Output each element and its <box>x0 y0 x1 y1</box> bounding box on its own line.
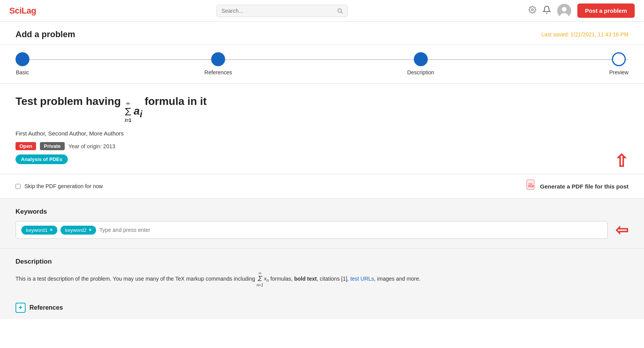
avatar[interactable] <box>557 4 571 18</box>
search-icon <box>337 7 343 14</box>
step-circle-basic <box>15 52 29 66</box>
references-add-button[interactable]: + <box>15 303 26 313</box>
step-circle-preview <box>612 52 626 66</box>
arrow-left-annotation: ⇦ <box>615 222 629 238</box>
description-section: Description This is a test description o… <box>0 249 644 297</box>
search-bar <box>216 5 348 17</box>
keyword-remove-1[interactable]: × <box>50 227 53 233</box>
meta-tags: Open Private Year of origin: 2013 <box>15 142 629 150</box>
keyword-chip-2: keyword2 × <box>60 226 96 235</box>
desc-text-middle1: formulas, <box>270 276 294 282</box>
page-title: Add a problem <box>15 29 75 39</box>
header-actions: Post a problem <box>529 3 635 18</box>
desc-link[interactable]: test URLs <box>350 276 374 282</box>
last-saved-text: Last saved: 1/21/2021, 11:43:16 PM <box>541 31 629 38</box>
page-title-bar: Add a problem Last saved: 1/21/2021, 11:… <box>0 22 644 45</box>
generate-pdf-label: Generate a PDF file for this post <box>540 183 629 190</box>
site-logo: SciLag <box>9 6 36 16</box>
skip-pdf-left: Skip the PDF generation for now <box>15 183 103 189</box>
sigma-notation: ∞ Σ i=1 <box>125 101 131 123</box>
gear-icon <box>529 6 536 14</box>
logo-part1: Sci <box>9 6 22 15</box>
step-label-basic: Basic <box>16 69 29 75</box>
description-inline-formula: ∞ Σ n=1 xn <box>257 271 269 287</box>
authors-line: First Author, Second Author, More Author… <box>15 130 629 137</box>
skip-pdf-checkbox[interactable] <box>15 184 21 189</box>
bell-icon <box>542 5 551 14</box>
inline-sigma: ∞ Σ n=1 <box>257 271 263 287</box>
avatar-icon <box>557 4 571 18</box>
title-text-after: formula in it <box>145 95 207 108</box>
title-math-formula: ∞ Σ i=1 ai <box>123 101 142 123</box>
keywords-section: Keywords keyword1 × keyword2 × ⇦ <box>0 199 644 249</box>
keywords-input-area[interactable]: keyword1 × keyword2 × <box>15 221 608 239</box>
step-basic[interactable]: Basic <box>15 52 29 75</box>
svg-point-2 <box>531 9 533 11</box>
step-label-description: Description <box>407 69 434 75</box>
site-header: SciLag Post a proble <box>0 0 644 22</box>
keyword-input[interactable] <box>99 227 167 233</box>
tag-analysis-pdes: Analysis of PDEs <box>15 154 68 164</box>
tag-row: Analysis of PDEs <box>15 156 629 162</box>
desc-text-middle2: , citations [1], <box>317 276 349 282</box>
logo-accent: L <box>22 6 27 15</box>
title-text-before: Test problem having <box>15 95 121 108</box>
badge-private: Private <box>40 142 64 150</box>
formula-variable: ai <box>134 105 142 120</box>
skip-pdf-label: Skip the PDF generation for now <box>24 183 103 189</box>
skip-pdf-row: Skip the PDF generation for now ⇧ PDF Ge… <box>0 174 644 199</box>
svg-point-0 <box>338 9 342 12</box>
description-heading: Description <box>15 258 629 266</box>
step-references[interactable]: References <box>205 52 232 75</box>
step-label-references: References <box>205 69 232 75</box>
references-label: References <box>29 304 63 311</box>
problem-title: Test problem having ∞ Σ i=1 ai formula i… <box>15 95 629 123</box>
step-description[interactable]: Description <box>407 52 434 75</box>
gear-button[interactable] <box>529 6 536 15</box>
desc-text-after: , images and more. <box>374 276 420 282</box>
badge-open: Open <box>15 142 36 150</box>
search-input[interactable] <box>221 8 333 14</box>
post-problem-button[interactable]: Post a problem <box>577 3 635 18</box>
pdf-icon: PDF <box>526 180 537 193</box>
step-circle-description <box>414 52 428 66</box>
logo-part2: ag <box>26 6 36 15</box>
step-circle-references <box>211 52 225 66</box>
step-preview[interactable]: Preview <box>609 52 629 75</box>
references-section: + References <box>0 297 644 319</box>
keyword-label-2: keyword2 <box>65 227 87 233</box>
main-content: Test problem having ∞ Σ i=1 ai formula i… <box>0 84 644 174</box>
svg-line-1 <box>341 12 343 14</box>
arrow-up-annotation: ⇧ <box>614 153 629 170</box>
description-text: This is a test description of the proble… <box>15 271 629 287</box>
keyword-chip-1: keyword1 × <box>21 226 57 235</box>
bell-button[interactable] <box>542 5 551 16</box>
year-text: Year of origin: 2013 <box>69 143 115 149</box>
keywords-heading: Keywords <box>15 208 629 216</box>
stepper-items: Basic References Description Preview <box>15 52 629 75</box>
keyword-label-1: keyword1 <box>26 227 48 233</box>
pdf-file-icon: PDF <box>526 180 537 190</box>
generate-pdf-button[interactable]: ⇧ PDF Generate a PDF file for this post <box>526 180 629 193</box>
desc-text-before: This is a test description of the proble… <box>15 276 255 282</box>
step-label-preview: Preview <box>609 69 629 75</box>
stepper: Basic References Description Preview <box>0 45 644 84</box>
svg-point-4 <box>562 7 567 12</box>
keyword-remove-2[interactable]: × <box>89 227 91 233</box>
svg-text:PDF: PDF <box>528 185 534 188</box>
desc-bold-text: bold text <box>294 276 317 282</box>
